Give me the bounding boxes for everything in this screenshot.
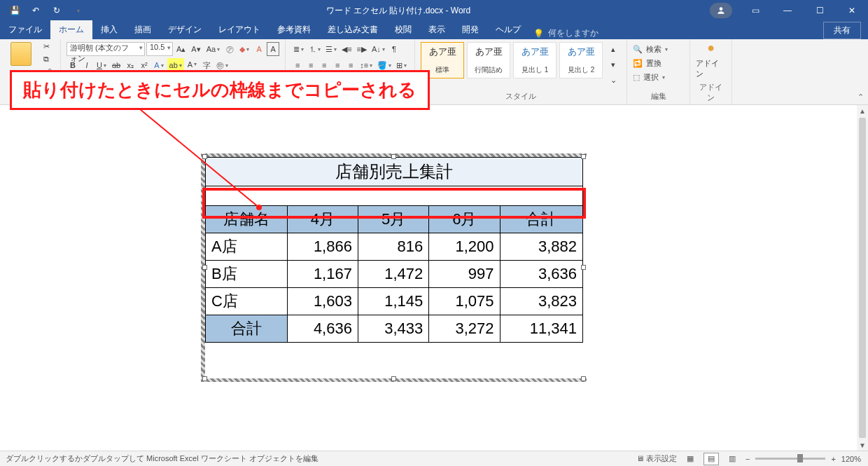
col-header: 6月 <box>429 206 500 233</box>
zoom-level[interactable]: 120% <box>841 455 861 463</box>
cell: 3,882 <box>500 233 583 261</box>
multilevel-icon[interactable]: ☰ <box>323 42 339 56</box>
cell: 4,636 <box>287 315 358 343</box>
addin-label: アドイン <box>696 58 726 79</box>
undo-icon[interactable]: ↶ <box>27 1 45 20</box>
editing-group-label: 編集 <box>633 91 684 103</box>
select-button[interactable]: ⬚選択▾ <box>633 70 684 84</box>
vertical-scrollbar[interactable]: ▲ ▼ <box>857 105 868 451</box>
resize-handle[interactable] <box>202 376 207 381</box>
tab-insert[interactable]: 挿入 <box>92 20 126 39</box>
style-heading1[interactable]: あア亜見出し 1 <box>513 42 556 78</box>
collapse-ribbon-icon[interactable]: ⌃ <box>858 92 864 102</box>
style-nospace[interactable]: あア亜行間詰め <box>467 42 510 78</box>
replace-button[interactable]: 🔁置換 <box>633 56 684 70</box>
account-icon[interactable] <box>710 3 732 18</box>
resize-handle[interactable] <box>391 376 396 381</box>
change-case-icon[interactable]: Aa <box>204 42 222 56</box>
cell: 1,145 <box>358 288 428 315</box>
cell: 11,341 <box>500 315 583 343</box>
styles-more-icon[interactable]: ⌄ <box>607 73 620 87</box>
decrease-indent-icon[interactable]: ◀≡ <box>340 42 354 56</box>
ribbon-tabs: ファイル ホーム 挿入 描画 デザイン レイアウト 参考資料 差し込み文書 校閲… <box>0 21 868 39</box>
tab-references[interactable]: 参考資料 <box>269 20 319 39</box>
maximize-icon[interactable]: ☐ <box>804 0 836 21</box>
cell: 1,472 <box>358 261 428 288</box>
cell: 1,200 <box>429 233 500 261</box>
tab-developer[interactable]: 開発 <box>454 20 487 39</box>
zoom-knob[interactable] <box>797 454 803 462</box>
svg-point-0 <box>720 7 723 11</box>
save-icon[interactable]: 💾 <box>6 1 24 20</box>
qat-customize-icon[interactable] <box>69 1 87 20</box>
tab-review[interactable]: 校閲 <box>386 20 420 39</box>
numbering-icon[interactable]: ⒈ <box>307 42 323 56</box>
resize-handle[interactable] <box>391 154 396 159</box>
show-marks-icon[interactable]: ¶ <box>388 42 400 56</box>
col-header: 店舗名 <box>206 206 288 233</box>
print-layout-icon[interactable]: ▤ <box>704 453 719 465</box>
cell: 816 <box>358 233 428 261</box>
cell: 997 <box>429 261 500 288</box>
enclose-char-icon[interactable]: A <box>253 42 265 56</box>
zoom-in-icon[interactable]: + <box>831 455 835 463</box>
phonetic-guide-icon[interactable]: ㋐ <box>223 42 236 56</box>
cut-icon[interactable]: ✂ <box>43 42 55 52</box>
ribbon-display-icon[interactable]: ▭ <box>739 0 771 21</box>
copy-icon[interactable]: ⧉ <box>43 55 55 64</box>
replace-icon: 🔁 <box>633 59 643 68</box>
find-button[interactable]: 🔍検索▾ <box>633 42 684 56</box>
paste-button[interactable] <box>6 42 36 66</box>
style-heading2[interactable]: あア亜見出し 2 <box>559 42 603 78</box>
excel-object[interactable]: 店舗別売上集計 店舗名 4月 5月 6月 合計 A店 1,866 816 1,2… <box>205 157 583 378</box>
window-controls: ▭ — ☐ ✕ <box>739 0 868 21</box>
shrink-font-icon[interactable]: A▾ <box>189 42 202 56</box>
display-settings-button[interactable]: 🖥 表示設定 <box>636 453 677 464</box>
tab-file[interactable]: ファイル <box>0 20 50 39</box>
char-border-icon[interactable]: A <box>267 42 279 56</box>
zoom-slider[interactable] <box>755 458 825 460</box>
resize-handle[interactable] <box>581 154 586 159</box>
styles-group-label: スタイル <box>421 91 621 103</box>
tab-mailings[interactable]: 差し込み文書 <box>319 20 386 39</box>
font-name-select[interactable]: 游明朝 (本文のフォン <box>66 42 145 56</box>
tab-view[interactable]: 表示 <box>420 20 454 39</box>
tab-help[interactable]: ヘルプ <box>487 20 529 39</box>
close-icon[interactable]: ✕ <box>836 0 868 21</box>
resize-handle[interactable] <box>581 265 586 270</box>
styles-down-icon[interactable]: ▾ <box>607 57 620 71</box>
sort-icon[interactable]: A↓ <box>370 42 387 56</box>
redo-icon[interactable]: ↻ <box>48 1 66 20</box>
col-header: 5月 <box>358 206 428 233</box>
tell-me[interactable]: 💡 何をしますか <box>533 27 598 39</box>
addin-icon[interactable]: ● <box>707 41 715 55</box>
scroll-down-icon[interactable]: ▼ <box>857 439 868 451</box>
title-bar: 💾 ↶ ↻ ワード エクセル 貼り付け.docx - Word ▭ — ☐ ✕ <box>0 0 868 21</box>
tell-me-label: 何をしますか <box>548 27 598 39</box>
tab-draw[interactable]: 描画 <box>126 20 160 39</box>
scroll-up-icon[interactable]: ▲ <box>857 105 868 116</box>
cell: 1,866 <box>287 233 358 261</box>
document-area[interactable]: 店舗別売上集計 店舗名 4月 5月 6月 合計 A店 1,866 816 1,2… <box>0 105 868 451</box>
increase-indent-icon[interactable]: ≡▶ <box>355 42 369 56</box>
tab-design[interactable]: デザイン <box>160 20 210 39</box>
resize-handle[interactable] <box>202 265 207 270</box>
share-button[interactable]: 共有 <box>823 22 861 39</box>
web-layout-icon[interactable]: ▥ <box>724 453 740 465</box>
grow-font-icon[interactable]: A▴ <box>174 42 188 56</box>
cell: 3,433 <box>358 315 428 343</box>
styles-up-icon[interactable]: ▴ <box>607 42 620 56</box>
minimize-icon[interactable]: — <box>771 0 804 21</box>
zoom-out-icon[interactable]: − <box>746 455 750 463</box>
tab-layout[interactable]: レイアウト <box>210 20 269 39</box>
bullets-icon[interactable]: ≣ <box>291 42 306 56</box>
read-mode-icon[interactable]: ▦ <box>682 453 698 465</box>
styles-group: あア亜標準 あア亜行間詰め あア亜見出し 1 あア亜見出し 2 ▴ ▾ ⌄ スタ… <box>415 39 627 104</box>
scroll-thumb[interactable] <box>859 118 866 438</box>
tab-home[interactable]: ホーム <box>50 20 92 39</box>
resize-handle[interactable] <box>202 154 207 159</box>
clear-format-icon[interactable]: ◆ <box>237 42 251 56</box>
cell: 1,603 <box>287 288 358 315</box>
resize-handle[interactable] <box>581 376 586 381</box>
font-size-select[interactable]: 10.5 <box>146 42 173 56</box>
